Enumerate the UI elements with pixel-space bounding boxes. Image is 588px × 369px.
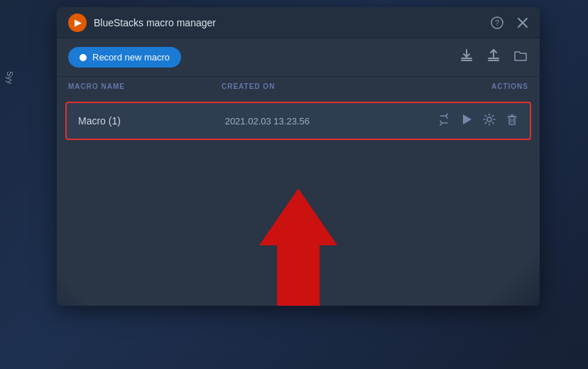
svg-rect-12 [509, 117, 515, 124]
export-icon[interactable] [486, 48, 501, 67]
play-loop-icon[interactable] [437, 113, 450, 129]
import-icon[interactable] [459, 48, 474, 67]
content-area [57, 146, 540, 306]
macro-created-on: 2021.02.03 13.23.56 [225, 116, 372, 127]
bottom-left-decoration [57, 260, 114, 306]
svg-rect-4 [461, 58, 472, 59]
svg-rect-7 [488, 58, 499, 59]
window-title: BlueStacks macro manager [94, 17, 216, 28]
help-button[interactable]: ? [489, 14, 506, 31]
arrow-shaft [277, 245, 320, 306]
corner-decoration [454, 231, 540, 306]
svg-rect-8 [488, 60, 499, 61]
col-macro-name: MACRO NAME [68, 82, 222, 90]
folder-icon[interactable] [513, 48, 528, 67]
title-bar-controls: ? [489, 14, 528, 31]
toolbar: Record new macro [57, 38, 540, 77]
close-button[interactable] [517, 17, 528, 28]
arrow-indicator [259, 188, 337, 306]
col-created-on: CREATED ON [222, 82, 375, 90]
record-new-macro-button[interactable]: Record new macro [68, 47, 181, 68]
title-bar-left: ▶ BlueStacks macro manager [68, 14, 216, 32]
settings-icon[interactable] [483, 113, 496, 129]
svg-text:?: ? [495, 18, 499, 27]
arrow-up-icon [259, 188, 337, 245]
svg-marker-10 [463, 114, 472, 124]
macro-actions [371, 113, 518, 129]
svg-point-11 [487, 117, 491, 122]
play-icon[interactable] [460, 113, 473, 129]
macro-name: Macro (1) [78, 115, 225, 127]
app-logo: ▶ [68, 14, 87, 32]
record-dot-icon [80, 54, 87, 61]
side-label: Syy [6, 71, 14, 84]
table-header: MACRO NAME CREATED ON ACTIONS [57, 77, 540, 96]
svg-rect-5 [461, 60, 472, 61]
macro-manager-dialog: ▶ BlueStacks macro manager ? Record n [57, 7, 540, 306]
title-bar: ▶ BlueStacks macro manager ? [57, 7, 540, 38]
col-actions: ACTIONS [375, 82, 528, 90]
toolbar-right-icons [459, 48, 528, 67]
delete-icon[interactable] [506, 113, 518, 129]
macro-row: Macro (1) 2021.02.03 13.23.56 [65, 102, 531, 140]
